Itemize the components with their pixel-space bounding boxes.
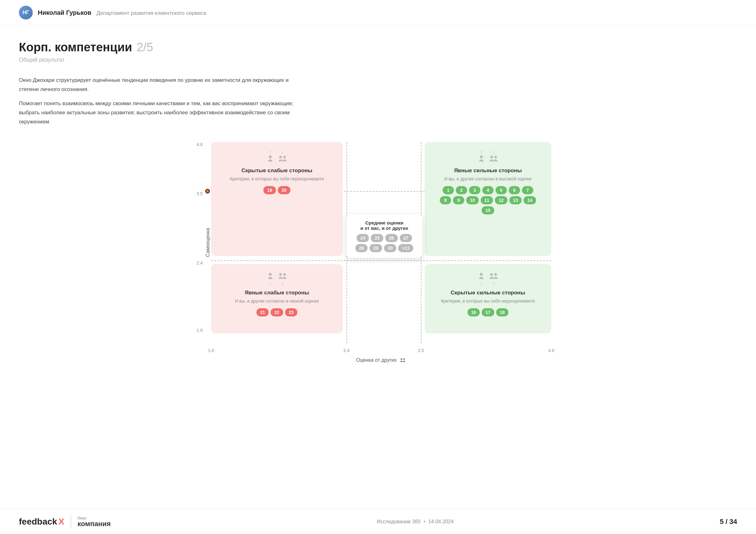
svg-point-4 (490, 156, 493, 159)
svg-point-10 (490, 273, 493, 276)
badge-5: 5 (496, 186, 507, 194)
footer-dot (424, 521, 425, 522)
x-axis-label: Оценка от других (356, 357, 406, 363)
svg-point-0 (269, 156, 272, 158)
quadrant-br-icons: ↓ ↑ (477, 272, 499, 285)
x-tick-35: 3.5 (418, 348, 424, 353)
footer-date: 14.04.2024 (428, 519, 454, 524)
person-icon-group-tr (488, 154, 499, 163)
y-tick-35: 3.5 (197, 191, 202, 196)
quadrant-bl-badges: 21 22 23 (256, 308, 298, 317)
y-axis-label: Самооценка (205, 228, 211, 257)
page-total: 34 (730, 518, 737, 525)
badge-26: 26 (385, 234, 398, 242)
quadrant-br-title: Скрытые сильные стороны (451, 290, 525, 296)
y-tick-24: 2.4 (197, 260, 202, 266)
quadrant-bl-title: Явные слабые стороны (245, 290, 309, 296)
badge-13: 13 (509, 196, 522, 204)
badge-22: 22 (271, 308, 283, 317)
chart-plot: 4.0 3.5 2.4 1.0 1.0 2.4 3.5 4.0 🔕 (211, 142, 551, 343)
quadrant-br-desc: Критерии, в которых вы себя недооценивае… (441, 298, 535, 304)
footer-center: Исследование 360 14.04.2024 (377, 519, 454, 524)
x-tick-4: 4.0 (548, 348, 554, 353)
svg-point-1 (279, 156, 282, 159)
badge-23: 23 (285, 308, 298, 317)
badge-19: 19 (263, 186, 276, 194)
x-tick-1: 1.0 (208, 348, 214, 353)
badge-3: 3 (469, 186, 480, 194)
badge-30: 30 (384, 244, 396, 252)
badge-9: 9 (453, 196, 464, 204)
y-tick-4: 4.0 (197, 142, 202, 147)
quadrant-top-left: ↑ ↓ Скрытые слабые стороны Критер (211, 142, 343, 256)
svg-point-12 (401, 358, 403, 360)
badge-29: 29 (369, 244, 382, 252)
badge-28: 28 (355, 244, 368, 252)
quadrant-tr-title: Явные сильные стороны (454, 167, 522, 174)
person-icon-single (266, 154, 275, 163)
person-icon-group (277, 154, 288, 163)
badge-18: 18 (496, 308, 509, 317)
footer-pagination: 5 / 34 (720, 518, 737, 526)
page-separator: / (725, 518, 729, 525)
quadrant-tr-badges: 1 2 3 4 5 6 7 8 9 10 11 12 13 14 15 (438, 186, 538, 215)
feedback-x: X (58, 517, 64, 527)
person-icon-single-br (477, 272, 486, 281)
quadrant-bottom-left: ↓ ↓ Явные слабые стороны И вы, и другие … (211, 264, 343, 333)
footer-divider (70, 516, 71, 528)
badge-7: 7 (522, 186, 533, 194)
svg-point-6 (269, 273, 272, 276)
badge-2: 2 (456, 186, 467, 194)
person-icon-group-br (488, 272, 499, 281)
quadrant-bottom-right: ↓ ↑ Скрытые сильные стороны Критерии, в … (425, 264, 551, 333)
badge-27: 27 (400, 234, 412, 242)
company-name: компания (77, 521, 111, 527)
user-name: Николай Гурьков (38, 9, 91, 16)
quadrant-tl-desc: Критерии, в которых вы себя переоценивае… (230, 176, 324, 182)
footer-study: Исследование 360 (377, 519, 420, 524)
badge-17: 17 (482, 308, 494, 317)
quadrant-bl-desc: И вы, и другие согласны в низкой оценке (235, 298, 319, 304)
x-axis-group-icon (399, 357, 406, 363)
y-tick-1: 1.0 (197, 328, 202, 333)
person-icon-single-bl (266, 272, 275, 281)
company-logo: демо компания (77, 516, 111, 527)
svg-point-3 (480, 156, 483, 158)
badge-20: 20 (278, 186, 290, 194)
svg-point-2 (283, 156, 286, 159)
badge-14: 14 (524, 196, 536, 204)
quadrant-tl-badges: 19 20 (263, 186, 290, 194)
quadrant-tr-icons: ↑ ↑ (477, 150, 499, 163)
feedback-logo: feedback X (19, 517, 64, 527)
badge-10: 10 (466, 196, 479, 204)
title-progress: 2/5 (136, 40, 153, 54)
h-dashed-24 (211, 260, 551, 261)
page-current: 5 (720, 518, 723, 525)
svg-point-13 (403, 358, 405, 360)
badge-11: 11 (481, 196, 493, 204)
svg-point-7 (279, 273, 282, 276)
x-axis-text: Оценка от других (356, 357, 396, 363)
user-department: Департамент развития клиентского сервиса (97, 10, 206, 16)
badge-6: 6 (509, 186, 520, 194)
footer-left: feedback X демо компания (19, 516, 111, 528)
description-2: Помогает понять взаимосвязь между своими… (19, 99, 302, 127)
quadrant-tl-title: Скрытые слабые стороны (241, 167, 312, 174)
avatar: НГ (19, 6, 33, 19)
badge-16: 16 (468, 308, 480, 317)
quadrant-bl-icons: ↓ ↓ (266, 272, 288, 285)
svg-point-11 (494, 273, 497, 276)
page-title: Корп. компетенции 2/5 (19, 40, 737, 54)
badge-4: 4 (482, 186, 494, 194)
svg-point-9 (480, 273, 483, 276)
description-1: Окно Джохари структурирует оценённые тен… (19, 76, 302, 94)
header: НГ Николай Гурьков Департамент развития … (0, 0, 756, 26)
middle-badges: 24 25 26 27 28 29 30 +11 (353, 234, 416, 252)
title-text: Корп. компетенции (19, 40, 132, 54)
badge-24: 24 (357, 234, 369, 242)
badge-15: 15 (482, 206, 494, 215)
badge-1: 1 (443, 186, 454, 194)
quadrant-tl-icons: ↑ ↓ (266, 150, 288, 163)
johari-chart: Самооценка 4.0 3.5 2.4 1.0 1.0 2.4 3.5 4… (189, 142, 567, 343)
svg-point-8 (283, 273, 286, 276)
